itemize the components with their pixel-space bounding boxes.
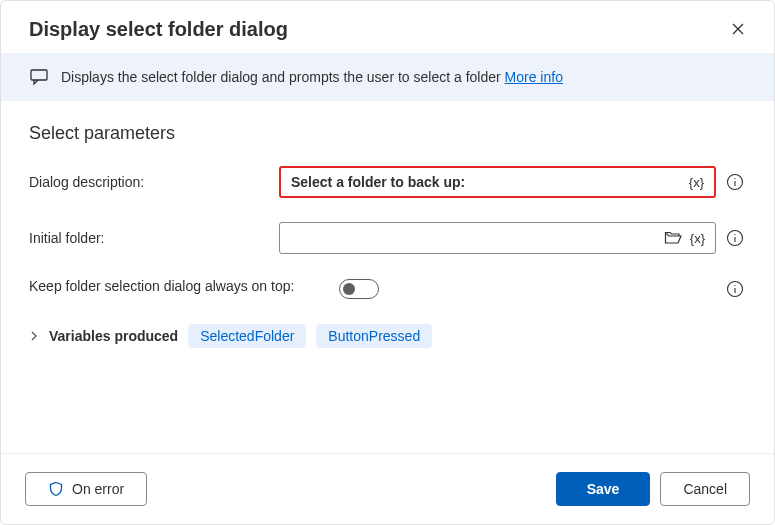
- save-button[interactable]: Save: [556, 472, 651, 506]
- input-dialog-description[interactable]: [291, 174, 685, 190]
- input-initial-folder[interactable]: [290, 230, 660, 246]
- variable-token-button[interactable]: {x}: [686, 229, 709, 248]
- info-button-dialog-description[interactable]: [724, 171, 746, 193]
- banner-text: Displays the select folder dialog and pr…: [61, 69, 563, 85]
- label-initial-folder: Initial folder:: [29, 230, 279, 246]
- dialog-title: Display select folder dialog: [29, 18, 288, 41]
- row-keep-on-top: Keep folder selection dialog always on t…: [29, 278, 746, 300]
- label-dialog-description: Dialog description:: [29, 174, 279, 190]
- comment-icon: [29, 67, 49, 87]
- more-info-link[interactable]: More info: [505, 69, 563, 85]
- variables-produced-row[interactable]: Variables produced SelectedFolder Button…: [29, 324, 746, 348]
- browse-folder-button[interactable]: [660, 229, 686, 247]
- svg-point-10: [734, 285, 735, 286]
- row-initial-folder: Initial folder: {x}: [29, 222, 746, 254]
- svg-point-4: [734, 178, 735, 179]
- input-wrap-dialog-description: {x}: [279, 166, 716, 198]
- info-icon: [726, 280, 744, 298]
- folder-open-icon: [664, 231, 682, 245]
- info-button-keep-on-top[interactable]: [724, 278, 746, 300]
- content-area: Select parameters Dialog description: {x…: [1, 101, 774, 453]
- variable-chip-button-pressed[interactable]: ButtonPressed: [316, 324, 432, 348]
- dialog-footer: On error Save Cancel: [1, 453, 774, 524]
- variable-chip-selected-folder[interactable]: SelectedFolder: [188, 324, 306, 348]
- variables-produced-label: Variables produced: [49, 328, 178, 344]
- close-button[interactable]: [726, 17, 750, 41]
- close-icon: [730, 21, 746, 37]
- section-title: Select parameters: [29, 123, 746, 144]
- toggle-knob: [343, 283, 355, 295]
- chevron-right-icon: [29, 331, 39, 341]
- on-error-button[interactable]: On error: [25, 472, 147, 506]
- toggle-keep-on-top[interactable]: [339, 279, 379, 299]
- info-icon: [726, 229, 744, 247]
- info-button-initial-folder[interactable]: [724, 227, 746, 249]
- info-icon: [726, 173, 744, 191]
- dialog-header: Display select folder dialog: [1, 1, 774, 53]
- shield-icon: [48, 481, 64, 497]
- svg-point-7: [734, 234, 735, 235]
- input-wrap-initial-folder: {x}: [279, 222, 716, 254]
- label-keep-on-top: Keep folder selection dialog always on t…: [29, 278, 339, 294]
- cancel-button[interactable]: Cancel: [660, 472, 750, 506]
- row-dialog-description: Dialog description: {x}: [29, 166, 746, 198]
- info-banner: Displays the select folder dialog and pr…: [1, 53, 774, 101]
- svg-rect-2: [31, 70, 47, 80]
- variable-token-button[interactable]: {x}: [685, 173, 708, 192]
